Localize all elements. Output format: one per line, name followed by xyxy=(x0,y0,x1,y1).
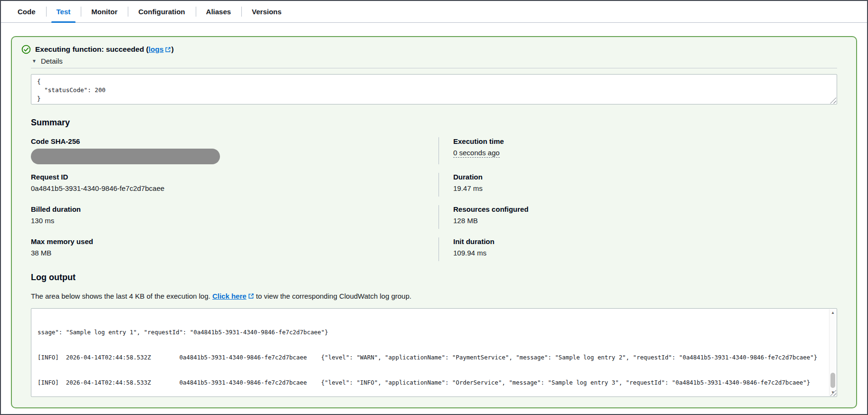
banner-title-suffix: ) xyxy=(171,45,173,53)
field-max-memory-used: Max memory used 38 MB xyxy=(31,237,439,261)
logs-link[interactable]: logs xyxy=(149,45,172,54)
banner-title-prefix: Executing function: succeeded ( xyxy=(35,45,149,53)
field-value: 38 MB xyxy=(31,249,439,257)
field-value: 0a4841b5-3931-4340-9846-fe7c2d7bcaee xyxy=(31,184,439,192)
field-code-sha-256: Code SHA-256 xyxy=(31,137,439,164)
tab-versions[interactable]: Versions xyxy=(241,1,292,22)
summary-heading: Summary xyxy=(31,118,837,128)
scroll-up-icon[interactable]: ▲ xyxy=(830,309,836,316)
log-lines: ssage": "Sample log entry 1", "requestId… xyxy=(31,309,837,397)
field-resources-configured: Resources configured 128 MB xyxy=(439,205,837,229)
success-banner: Executing function: succeeded (logs) xyxy=(21,45,837,54)
log-description-prefix: The area below shows the last 4 KB of th… xyxy=(31,292,212,300)
field-label: Execution time xyxy=(453,137,837,145)
log-description: The area below shows the last 4 KB of th… xyxy=(31,292,837,300)
field-value: 130 ms xyxy=(31,217,439,225)
details-label: Details xyxy=(41,57,63,65)
summary-grid: Code SHA-256 Execution time 0 seconds ag… xyxy=(31,137,837,261)
result-box: { "statusCode": 200 } xyxy=(31,74,837,104)
tab-monitor[interactable]: Monitor xyxy=(81,1,128,22)
field-init-duration: Init duration 109.94 ms xyxy=(439,237,837,261)
log-description-suffix: to view the corresponding CloudWatch log… xyxy=(254,292,411,300)
field-label: Resources configured xyxy=(453,205,837,213)
tab-test[interactable]: Test xyxy=(46,1,81,22)
field-value: 128 MB xyxy=(453,217,837,225)
tab-configuration[interactable]: Configuration xyxy=(128,1,195,22)
tab-aliases[interactable]: Aliases xyxy=(196,1,242,22)
field-request-id: Request ID 0a4841b5-3931-4340-9846-fe7c2… xyxy=(31,173,439,197)
scroll-thumb[interactable] xyxy=(830,373,835,388)
success-check-icon xyxy=(21,45,31,54)
details-divider xyxy=(31,68,837,68)
log-scrollbar[interactable]: ▲ ▼ xyxy=(829,309,836,396)
field-duration: Duration 19.47 ms xyxy=(439,173,837,197)
external-link-icon xyxy=(165,47,171,53)
field-execution-time: Execution time 0 seconds ago xyxy=(439,137,837,164)
field-label: Request ID xyxy=(31,173,439,181)
details-toggle[interactable]: ▼ Details xyxy=(32,57,63,65)
banner-title: Executing function: succeeded (logs) xyxy=(35,45,174,54)
lambda-test-result-page: Code Test Monitor Configuration Aliases … xyxy=(0,0,868,415)
execution-success-panel: Executing function: succeeded (logs) ▼ D… xyxy=(11,36,857,408)
cloudwatch-link-label: Click here xyxy=(212,292,247,300)
cloudwatch-link[interactable]: Click here xyxy=(212,292,254,300)
field-label: Max memory used xyxy=(31,237,439,245)
field-label: Init duration xyxy=(453,237,837,245)
log-line: ssage": "Sample log entry 1", "requestId… xyxy=(38,328,837,337)
function-tabbar: Code Test Monitor Configuration Aliases … xyxy=(1,1,867,23)
log-output-heading: Log output xyxy=(31,273,837,283)
redacted-value xyxy=(31,149,220,164)
field-label: Billed duration xyxy=(31,205,439,213)
relative-time-value[interactable]: 0 seconds ago xyxy=(453,149,500,158)
result-json: { "statusCode": 200 } xyxy=(31,75,837,104)
field-value: 109.94 ms xyxy=(453,249,837,257)
logs-link-label: logs xyxy=(149,45,164,54)
tab-code[interactable]: Code xyxy=(7,1,46,22)
log-line: [INFO] 2026-04-14T02:44:58.532Z 0a4841b5… xyxy=(38,353,837,362)
field-label: Code SHA-256 xyxy=(31,137,439,145)
field-label: Duration xyxy=(453,173,837,181)
caret-down-icon: ▼ xyxy=(32,59,37,64)
field-value: 19.47 ms xyxy=(453,184,837,192)
log-output-box: ssage": "Sample log entry 1", "requestId… xyxy=(31,308,837,397)
external-link-icon xyxy=(248,293,254,299)
field-billed-duration: Billed duration 130 ms xyxy=(31,205,439,229)
log-line: [INFO] 2026-04-14T02:44:58.533Z 0a4841b5… xyxy=(38,378,837,387)
